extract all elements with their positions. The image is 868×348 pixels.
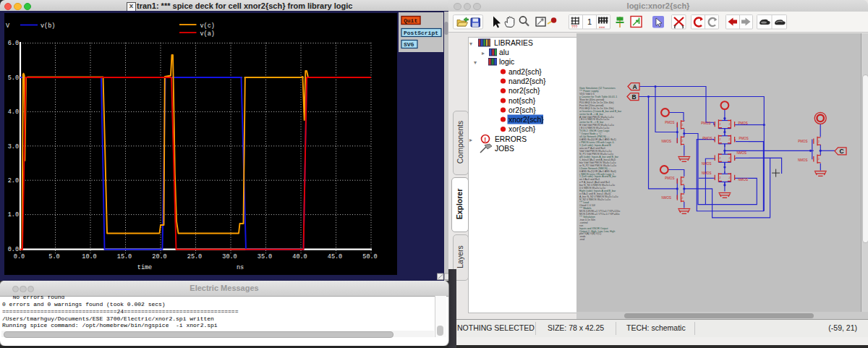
svg-text:▸: ▸	[469, 137, 472, 143]
svg-text:!: !	[484, 136, 486, 143]
svg-text:6.0: 6.0	[8, 40, 19, 47]
svg-text:2: 2	[682, 197, 684, 200]
svg-text:2: 2	[682, 124, 684, 127]
svg-text:40.0: 40.0	[292, 253, 307, 260]
svg-text:5.0: 5.0	[8, 75, 19, 82]
svg-text:2: 2	[728, 123, 730, 126]
svg-text:2: 2	[818, 158, 820, 161]
svg-text:NMOS: NMOS	[702, 171, 712, 175]
svg-text:PMOS: PMOS	[701, 122, 710, 125]
svg-text:xnor2{sch}: xnor2{sch}	[509, 116, 544, 124]
svg-text:V: V	[6, 22, 10, 30]
svg-text:v(c): v(c)	[200, 22, 215, 30]
svg-text:time: time	[137, 264, 152, 271]
svg-text:«««: «««	[599, 25, 605, 29]
svg-text:PostScript: PostScript	[404, 30, 438, 36]
svg-text:JOBS: JOBS	[495, 145, 514, 153]
svg-text:2: 2	[682, 180, 684, 183]
svg-text:30.0: 30.0	[222, 253, 237, 260]
svg-text:logic: logic	[499, 58, 514, 66]
svg-text:PMOS: PMOS	[798, 140, 807, 143]
svg-text:and2{sch}: and2{sch}	[509, 68, 542, 76]
svg-text:v(a): v(a)	[200, 30, 215, 38]
svg-text:2: 2	[728, 177, 730, 179]
svg-text:SVG: SVG	[404, 41, 414, 48]
svg-text:▾: ▾	[469, 41, 472, 47]
svg-text:20.0: 20.0	[152, 253, 166, 260]
svg-text:▾: ▾	[474, 59, 477, 66]
svg-text:15.0: 15.0	[117, 253, 132, 260]
svg-text:PMOS: PMOS	[739, 137, 749, 140]
svg-text:1: 1	[587, 17, 592, 26]
svg-text:nand2{sch}: nand2{sch}	[509, 77, 546, 85]
svg-text:NMOS: NMOS	[662, 196, 672, 200]
svg-text:1.0: 1.0	[8, 211, 19, 218]
svg-text:25.0: 25.0	[187, 253, 202, 260]
svg-text:2: 2	[818, 140, 820, 143]
svg-text:PMOS: PMOS	[739, 122, 748, 125]
svg-text:or2{sch}: or2{sch}	[509, 106, 536, 114]
svg-text:2: 2	[719, 138, 720, 141]
svg-text:Quit: Quit	[404, 17, 417, 24]
svg-text:alu: alu	[499, 48, 509, 56]
svg-text:not{sch}: not{sch}	[509, 97, 536, 105]
svg-text:C: C	[839, 148, 843, 155]
svg-text:NMOS: NMOS	[798, 158, 808, 162]
svg-text:PMOS: PMOS	[702, 137, 712, 140]
svg-text:45.0: 45.0	[328, 253, 342, 260]
svg-text:PMOS: PMOS	[665, 177, 674, 180]
svg-text:NMOS: NMOS	[737, 151, 747, 155]
svg-text:B: B	[631, 93, 636, 101]
svg-text:2: 2	[719, 157, 720, 160]
svg-text:2: 2	[719, 123, 720, 126]
svg-text:4.0: 4.0	[8, 109, 19, 116]
svg-text:2: 2	[682, 140, 684, 143]
svg-text:.end: .end	[579, 238, 584, 241]
svg-text:ns: ns	[237, 264, 244, 271]
svg-text:▸: ▸	[482, 50, 485, 56]
svg-text:xor{sch}: xor{sch}	[509, 125, 536, 133]
svg-text:2: 2	[719, 177, 720, 179]
svg-text:2: 2	[728, 138, 730, 141]
svg-text:NMOS: NMOS	[662, 140, 672, 143]
svg-text:3.0: 3.0	[8, 143, 19, 150]
svg-text:LIBRARIES: LIBRARIES	[494, 39, 533, 47]
svg-text:50.0: 50.0	[362, 253, 377, 260]
svg-text:NMOS: NMOS	[702, 162, 712, 166]
svg-text:???: ???	[571, 25, 578, 29]
svg-text:0.0: 0.0	[8, 246, 19, 253]
svg-text:v(b): v(b)	[41, 22, 55, 30]
svg-text:NMOS: NMOS	[739, 178, 749, 182]
svg-text:ERRORS: ERRORS	[495, 135, 527, 143]
svg-text:0.0: 0.0	[14, 253, 25, 260]
svg-text:2.0: 2.0	[8, 177, 19, 184]
svg-text:5.0: 5.0	[48, 253, 59, 260]
svg-text:nor2{sch}: nor2{sch}	[509, 87, 540, 95]
svg-text:2: 2	[728, 157, 730, 160]
svg-text:35.0: 35.0	[258, 253, 272, 260]
svg-text:10.0: 10.0	[82, 253, 96, 260]
svg-text:PMOS: PMOS	[665, 121, 674, 124]
svg-text:A: A	[632, 83, 637, 90]
